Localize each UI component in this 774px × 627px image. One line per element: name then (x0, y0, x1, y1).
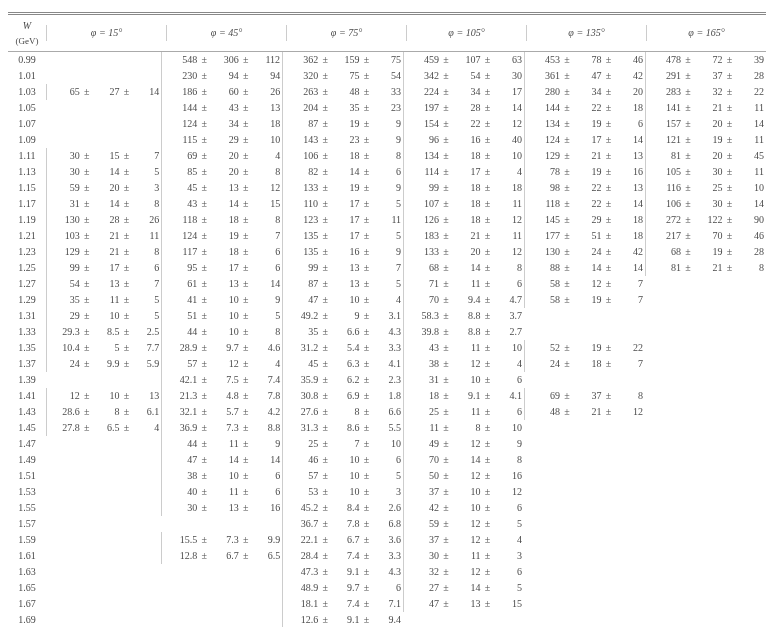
plus-minus: ± (197, 148, 211, 164)
err2: 7 (133, 148, 159, 164)
value: 21.3 (164, 388, 197, 404)
w-value: 1.59 (8, 532, 46, 548)
err2: 9.9 (253, 532, 280, 548)
err2: 7 (133, 276, 159, 292)
err1: 6.9 (332, 388, 359, 404)
err1: 13 (211, 500, 238, 516)
cell: 82±14±6 (282, 164, 403, 180)
cell: 85±20±8 (161, 164, 282, 180)
err2: 63 (495, 52, 522, 68)
value: 25 (285, 436, 318, 452)
value: 47 (406, 596, 439, 612)
plus-minus: ± (681, 244, 695, 260)
value: 107 (406, 196, 439, 212)
table-row: 1.5138±10±657±10±550±12±16 (8, 468, 766, 484)
plus-minus: ± (481, 516, 495, 532)
err2: 9 (374, 244, 401, 260)
plus-minus: ± (239, 100, 253, 116)
plus-minus: ± (481, 452, 495, 468)
value: 47 (164, 452, 197, 468)
value: 24 (49, 356, 80, 372)
plus-minus: ± (439, 388, 453, 404)
value: 478 (648, 52, 681, 68)
w-value: 1.19 (8, 212, 46, 228)
value: 71 (406, 276, 439, 292)
err1: 9.1 (332, 612, 359, 627)
w-value: 1.33 (8, 324, 46, 340)
cell: 48.9±9.7±6 (282, 580, 403, 596)
cell: 12.8±6.7±6.5 (161, 548, 282, 564)
plus-minus: ± (360, 196, 374, 212)
cell: 133±19±9 (282, 180, 403, 196)
cell: 47±14±14 (161, 452, 282, 468)
value: 35 (49, 292, 80, 308)
err1: 9 (332, 308, 359, 324)
value: 36.7 (285, 516, 318, 532)
err1: 16 (332, 244, 359, 260)
plus-minus: ± (239, 228, 253, 244)
value: 68 (648, 244, 681, 260)
w-value: 1.17 (8, 196, 46, 212)
table-row: 1.1330±14±585±20±882±14±6114±17±478±19±1… (8, 164, 766, 180)
err2: 45 (737, 148, 764, 164)
err1: 48 (332, 84, 359, 100)
err2: 6.8 (374, 516, 401, 532)
plus-minus: ± (360, 228, 374, 244)
err1: 34 (211, 116, 238, 132)
value: 129 (527, 148, 560, 164)
value: 37 (406, 532, 439, 548)
plus-minus: ± (439, 484, 453, 500)
plus-minus: ± (318, 276, 332, 292)
err1: 19 (574, 292, 601, 308)
err2: 11 (374, 212, 401, 228)
err1: 14 (211, 196, 238, 212)
err1: 34 (574, 84, 601, 100)
plus-minus: ± (439, 116, 453, 132)
err1: 11 (94, 292, 120, 308)
table-row: 1.3724±9.9±5.957±12±445±6.3±4.138±12±424… (8, 356, 766, 372)
plus-minus: ± (360, 292, 374, 308)
value: 25 (406, 404, 439, 420)
value: 85 (164, 164, 197, 180)
cell: 38±12±4 (403, 356, 524, 372)
plus-minus: ± (318, 324, 332, 340)
value: 31.2 (285, 340, 318, 356)
err2: 6 (616, 116, 643, 132)
err2: 6 (495, 564, 522, 580)
plus-minus: ± (439, 404, 453, 420)
phi-header-75: φ = 75° (286, 25, 406, 41)
err1: 14 (453, 580, 480, 596)
err1: 12 (453, 436, 480, 452)
value: 68 (406, 260, 439, 276)
value: 10.4 (49, 340, 80, 356)
plus-minus: ± (602, 356, 616, 372)
plus-minus: ± (560, 260, 574, 276)
err1: 12 (453, 468, 480, 484)
value: 459 (406, 52, 439, 68)
err1: 32 (695, 84, 722, 100)
table-row: 1.4328.6±8±6.132.1±5.7±4.227.6±8±6.625±1… (8, 404, 766, 420)
err2: 75 (374, 52, 401, 68)
err2: 11 (737, 164, 764, 180)
value: 143 (285, 132, 318, 148)
err2: 6 (253, 484, 280, 500)
plus-minus: ± (439, 564, 453, 580)
value: 61 (164, 276, 197, 292)
plus-minus: ± (360, 468, 374, 484)
plus-minus: ± (360, 212, 374, 228)
cell: 47±10±4 (282, 292, 403, 308)
plus-minus: ± (80, 260, 94, 276)
plus-minus: ± (119, 420, 133, 436)
err2: 6.6 (374, 404, 401, 420)
err2: 4 (253, 148, 280, 164)
err2: 6 (495, 404, 522, 420)
plus-minus: ± (481, 548, 495, 564)
err2: 7.7 (133, 340, 159, 356)
err2: 7 (374, 260, 401, 276)
plus-minus: ± (239, 196, 253, 212)
plus-minus: ± (723, 116, 737, 132)
table-row: 1.09115±29±10143±23±996±16±40124±17±1412… (8, 132, 766, 148)
err2: 6 (495, 500, 522, 516)
plus-minus: ± (119, 308, 133, 324)
plus-minus: ± (80, 388, 94, 404)
